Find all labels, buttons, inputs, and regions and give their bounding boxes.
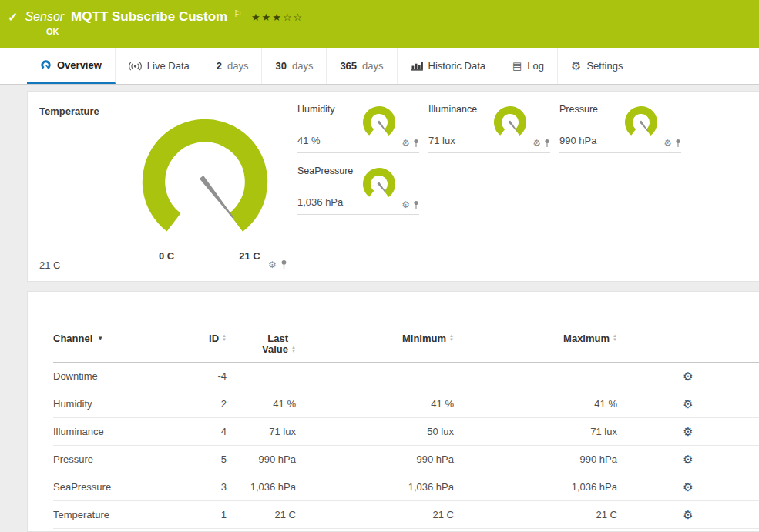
cell-last-value: 41 %: [227, 398, 296, 410]
cell-maximum: 1,036 hPa: [454, 481, 617, 493]
mini-gauge-seapressure: SeaPressure 1,036 hPa ⚙: [297, 162, 419, 215]
tab-2-days[interactable]: 2 days: [203, 48, 263, 84]
tab-30-days-label: days: [292, 60, 313, 72]
cell-actions: ⚙: [617, 481, 759, 493]
tab-overview-label: Overview: [57, 59, 102, 71]
channel-name: Humidity: [297, 104, 335, 115]
big-gauge-controls: ⚙: [268, 259, 287, 269]
priority-flag-icon[interactable]: ⚐: [233, 8, 242, 19]
gauge-scale-min-label: 0 C: [143, 250, 190, 262]
column-header-channel-label: Channel: [53, 333, 92, 344]
cell-channel: Illuminance: [53, 426, 176, 437]
channel-settings-gear-icon[interactable]: ⚙: [683, 509, 693, 520]
channel-settings-gear-icon[interactable]: ⚙: [683, 453, 693, 465]
cell-actions: ⚙: [617, 453, 759, 465]
stars-filled[interactable]: ★★★: [251, 12, 283, 23]
gauge-settings-gear-icon[interactable]: ⚙: [401, 139, 410, 148]
sensor-header: ✓ Sensor MQTT Subscribe Custom ⚐ ★★★☆☆ O…: [0, 0, 759, 48]
cell-maximum: 21 C: [454, 509, 617, 520]
column-header-channel[interactable]: Channel ▼: [53, 333, 176, 344]
mini-gauge-dial: [490, 102, 530, 142]
channel-name: Illuminance: [428, 104, 477, 115]
column-header-maximum[interactable]: Maximum ▲▼: [454, 333, 617, 344]
tab-historic-data[interactable]: Historic Data: [398, 48, 499, 84]
cell-last-value: 71 lux: [227, 426, 296, 437]
channel-name: Pressure: [559, 104, 598, 115]
mini-gauge-controls: ⚙: [401, 200, 419, 209]
mini-gauge-pressure: Pressure 990 hPa ⚙: [559, 101, 681, 153]
gauge-settings-gear-icon[interactable]: ⚙: [401, 200, 410, 209]
mini-gauges-grid: Humidity 41 % ⚙ Illuminance 71 lux: [297, 101, 692, 224]
cell-actions: ⚙: [617, 426, 759, 437]
mini-gauge-humidity: Humidity 41 % ⚙: [297, 101, 419, 153]
overview-content: Temperature 0 C 21 C 21 C ⚙ Humidity 41 …: [0, 85, 759, 532]
mini-gauge-dial: [359, 102, 399, 142]
temperature-gauge: [132, 109, 278, 255]
cell-minimum: 990 hPa: [296, 453, 454, 465]
tab-30-days-number: 30: [275, 60, 286, 72]
gauges-panel: Temperature 0 C 21 C 21 C ⚙ Humidity 41 …: [27, 91, 759, 282]
column-header-last-value[interactable]: Last Value ▲▼: [227, 333, 296, 355]
table-row[interactable]: Temperature 1 21 C 21 C 21 C ⚙: [53, 501, 759, 529]
channel-settings-gear-icon[interactable]: ⚙: [683, 398, 693, 410]
tab-2-days-label: days: [227, 60, 248, 72]
log-list-icon: ▤: [512, 60, 522, 72]
pin-icon[interactable]: [280, 259, 287, 269]
channel-filter-dropdown-icon[interactable]: ▼: [97, 333, 103, 344]
pin-icon[interactable]: [544, 139, 550, 148]
cell-minimum: 1,036 hPa: [296, 481, 454, 493]
sensor-status-badge: OK: [46, 27, 59, 36]
mini-gauge-illuminance: Illuminance 71 lux ⚙: [428, 101, 550, 153]
tab-settings[interactable]: ⚙ Settings: [558, 48, 636, 84]
table-row[interactable]: Humidity 2 41 % 41 % 41 % ⚙: [53, 390, 759, 418]
table-row[interactable]: Downtime -4 ⚙: [53, 363, 759, 390]
sort-icon[interactable]: ▲▼: [613, 334, 617, 344]
cell-actions: ⚙: [617, 398, 759, 410]
tab-30-days[interactable]: 30 days: [262, 48, 327, 84]
channel-value: 71 lux: [428, 135, 455, 146]
cell-maximum: 41 %: [454, 398, 617, 410]
stars-empty[interactable]: ☆☆: [283, 12, 304, 23]
gauge-scale-max-label: 21 C: [227, 250, 273, 262]
object-kind-label: Sensor: [25, 10, 64, 24]
cell-minimum: 21 C: [296, 509, 454, 520]
primary-channel-name: Temperature: [39, 105, 99, 117]
channel-name: SeaPressure: [297, 166, 353, 176]
gauge-settings-gear-icon[interactable]: ⚙: [663, 139, 672, 148]
gauge-settings-gear-icon[interactable]: ⚙: [532, 139, 541, 148]
pin-icon[interactable]: [675, 139, 681, 148]
mini-gauge-controls: ⚙: [663, 139, 681, 148]
tab-bar: Overview Live Data 2 days 30 days 365 da…: [0, 48, 759, 85]
cell-channel: Downtime: [53, 370, 176, 382]
column-header-maximum-label: Maximum: [563, 333, 610, 344]
tab-365-days[interactable]: 365 days: [327, 48, 397, 84]
mini-gauge-controls: ⚙: [401, 139, 419, 148]
cell-last-value: 990 hPa: [227, 453, 296, 465]
channel-value: 990 hPa: [559, 135, 596, 146]
live-data-broadcast-icon: [129, 62, 142, 71]
tab-overview[interactable]: Overview: [27, 48, 116, 84]
tab-live-data[interactable]: Live Data: [116, 48, 203, 84]
sort-down-arrow: ▼: [613, 338, 617, 342]
column-header-id[interactable]: ID ▲▼: [176, 333, 227, 344]
status-ok-check-icon: ✓: [8, 10, 18, 25]
channel-settings-gear-icon[interactable]: ⚙: [683, 426, 693, 437]
mini-gauge-dial: [359, 164, 399, 204]
pin-icon[interactable]: [413, 200, 419, 209]
table-row[interactable]: Pressure 5 990 hPa 990 hPa 990 hPa ⚙: [53, 446, 759, 473]
tab-log[interactable]: ▤ Log: [499, 48, 558, 84]
channel-settings-gear-icon[interactable]: ⚙: [683, 370, 693, 382]
table-row[interactable]: Illuminance 4 71 lux 50 lux 71 lux ⚙: [53, 418, 759, 446]
cell-channel: Pressure: [53, 453, 176, 465]
gauge-settings-gear-icon[interactable]: ⚙: [268, 260, 277, 269]
pin-icon[interactable]: [413, 139, 419, 148]
cell-id: 3: [176, 481, 227, 493]
tab-365-days-label: days: [362, 60, 383, 72]
cell-actions: ⚙: [617, 370, 759, 382]
cell-minimum: 50 lux: [296, 426, 454, 437]
channel-settings-gear-icon[interactable]: ⚙: [683, 481, 693, 493]
priority-stars-rating[interactable]: ★★★☆☆: [251, 12, 304, 23]
column-header-minimum[interactable]: Minimum ▲▼: [296, 333, 454, 344]
sort-icon[interactable]: ▲▼: [291, 346, 296, 353]
table-row[interactable]: SeaPressure 3 1,036 hPa 1,036 hPa 1,036 …: [53, 473, 759, 501]
